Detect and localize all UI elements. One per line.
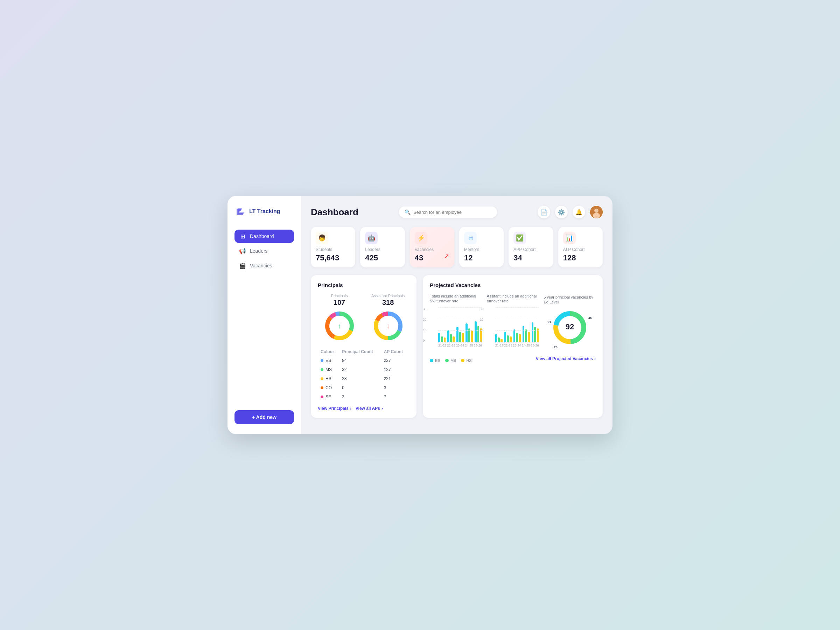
header-actions: 📄 ⚙️ 🔔 [538, 206, 603, 218]
row-color-label: CO [319, 384, 339, 392]
stat-card-leaders[interactable]: 🤖 Leaders 425 [360, 227, 404, 267]
sidebar-item-vacancies[interactable]: 🎬 Vacancies [235, 259, 294, 272]
bar-group [523, 326, 530, 342]
principals-panel-title: Principals [318, 282, 409, 288]
vacancies-legend: ESMSHS [430, 358, 471, 363]
bar [507, 335, 509, 342]
bar [466, 324, 467, 342]
document-icon: 📄 [540, 209, 547, 216]
five-year-chart: 5 year principal vacancies by Ed Level [543, 294, 596, 349]
logo-area: LT Tracking [235, 206, 294, 217]
vacancies-panel: Projected Vacancies Totals include an ad… [423, 275, 603, 418]
leaders-label: Leaders [365, 247, 400, 252]
principals-table: Colour Principal Count AP Count ES 84 22… [318, 347, 409, 402]
view-principals-link[interactable]: View Principals › [318, 406, 351, 411]
bar [501, 339, 503, 342]
row-color-label: ES [319, 356, 339, 365]
vacancies-icon: ⚡ [415, 232, 427, 244]
bar [456, 327, 458, 342]
row-principal-count: 32 [340, 365, 381, 374]
legend-dot [461, 359, 464, 362]
sidebar-item-leaders[interactable]: 📢 Leaders [235, 244, 294, 257]
mentors-value: 12 [464, 253, 499, 262]
row-ap-count: 227 [382, 356, 409, 365]
vacancy-chart-1: Totals include an additional 5% turnover… [430, 294, 482, 349]
bar-chart-2-inner [495, 307, 539, 342]
bar-group [495, 334, 503, 342]
sidebar-item-dashboard[interactable]: ⊞ Dashboard [235, 230, 294, 243]
notification-icon: 🔔 [575, 209, 583, 216]
chevron-right-icon: › [350, 406, 351, 411]
y-labels-1: 30 20 10 0 [423, 307, 426, 342]
nav-items: ⊞ Dashboard 📢 Leaders 🎬 Vacancies [235, 230, 294, 403]
logo-icon [235, 206, 246, 217]
search-input[interactable] [413, 210, 491, 215]
row-color-label: SE [319, 393, 339, 401]
bar-chart-1-inner [438, 307, 482, 342]
vacancies-footer: ESMSHS View all Projected Vacancies › [430, 355, 596, 363]
table-row: CO 0 3 [319, 384, 409, 392]
col-principal-count: Principal Count [340, 348, 381, 355]
students-icon: 👦 [316, 232, 328, 244]
view-all-vacancies-link[interactable]: View all Projected Vacancies › [536, 356, 596, 361]
stat-card-alp_cohort[interactable]: 📊 ALP Cohort 128 [558, 227, 603, 267]
table-row: ES 84 227 [319, 356, 409, 365]
app_cohort-icon: ✅ [513, 232, 526, 244]
vacancy-chart-1-label: Totals include an additional 5% turnover… [430, 294, 482, 304]
alp_cohort-icon: 📊 [563, 232, 576, 244]
bar-group [447, 330, 455, 342]
view-aps-link[interactable]: View all APs › [355, 406, 383, 411]
document-icon-button[interactable]: 📄 [538, 206, 550, 218]
search-bar[interactable]: 🔍 [399, 207, 497, 218]
svg-point-2 [593, 213, 600, 218]
vacancy-chart-2-label: Assitant include an additional turnover … [487, 294, 539, 304]
row-ap-count: 127 [382, 365, 409, 374]
avatar[interactable] [590, 206, 603, 218]
app_cohort-value: 34 [513, 253, 548, 262]
main-content: Dashboard 🔍 📄 ⚙️ 🔔 [301, 196, 613, 434]
row-ap-count: 221 [382, 374, 409, 383]
bar [468, 328, 471, 342]
svg-text:92: 92 [565, 322, 574, 331]
vacancies-panel-title: Projected Vacancies [430, 282, 596, 288]
table-footer: View Principals › View all APs › [318, 406, 409, 411]
notification-icon-button[interactable]: 🔔 [573, 206, 585, 218]
alp_cohort-label: ALP Cohort [563, 247, 598, 252]
principals-chart-value: 107 [318, 298, 361, 306]
y-labels-2: 30 20 10 0 [480, 307, 483, 342]
mentors-icon: 🖥 [464, 232, 477, 244]
bar [459, 332, 461, 342]
settings-icon-button[interactable]: ⚙️ [555, 206, 568, 218]
col-ap-count: AP Count [382, 348, 409, 355]
ap-chart-value: 318 [366, 298, 409, 306]
stat-card-vacancies[interactable]: ⚡ Vacancies 43 ↗ [410, 227, 454, 267]
bar [525, 329, 527, 342]
bar [513, 329, 516, 342]
bar-chart-2: 21-2222-2323-2424-2525-26 [495, 307, 539, 349]
vacancies-charts: Totals include an additional 5% turnover… [430, 294, 596, 349]
five-year-label: 5 year principal vacancies by Ed Level [543, 295, 596, 305]
bar [523, 326, 525, 342]
stat-card-mentors[interactable]: 🖥 Mentors 12 [459, 227, 504, 267]
bar [504, 332, 507, 342]
stat-card-app_cohort[interactable]: ✅ APP Cohort 34 [508, 227, 553, 267]
add-new-button[interactable]: + Add new [235, 410, 294, 424]
legend-dot [430, 359, 433, 362]
bar [516, 333, 518, 342]
bar [471, 330, 473, 342]
legend-dot [445, 359, 449, 362]
dashboard-icon: ⊞ [239, 233, 246, 239]
legend-label: MS [450, 358, 456, 363]
leaders-icon: 📢 [239, 248, 246, 254]
vacancies-label: Vacancies [415, 247, 449, 252]
sidebar-label-dashboard: Dashboard [250, 234, 274, 239]
legend-label: HS [466, 358, 471, 363]
bar-group [504, 332, 512, 342]
logo-text: LT Tracking [249, 208, 280, 215]
stat-card-students[interactable]: 👦 Students 75,643 [311, 227, 355, 267]
five-year-donut-container: 92 21 45 26 [551, 308, 589, 348]
principals-up-arrow: ↑ [338, 322, 341, 330]
page-title: Dashboard [311, 207, 358, 218]
bar [462, 333, 464, 342]
row-color-label: MS [319, 365, 339, 374]
